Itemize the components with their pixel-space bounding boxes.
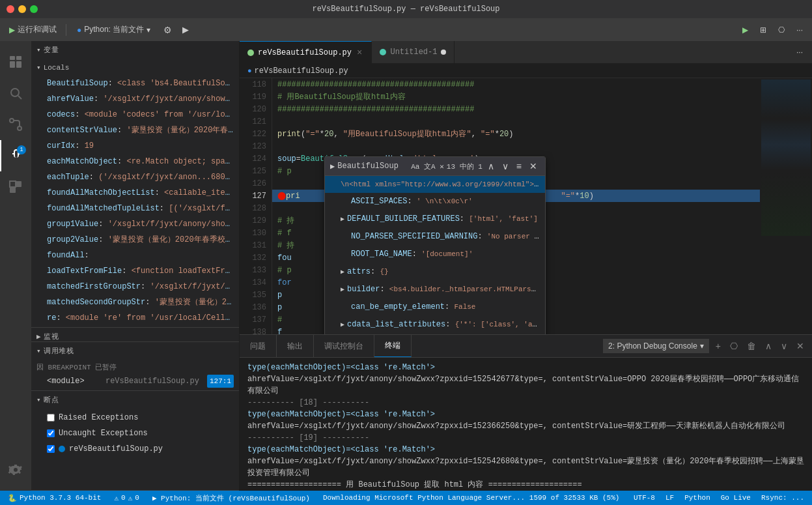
variables-header[interactable]: ▾ 变量 bbox=[31, 41, 239, 59]
ac-item-cdata[interactable]: ▶cdata_list_attributes: {'*': ['class', … bbox=[325, 316, 545, 334]
var-group1value[interactable]: group1Value: '/xsglxt/f/jyxt/anony/showZ… bbox=[31, 216, 239, 232]
new-terminal-button[interactable]: + bbox=[713, 339, 723, 353]
var-codecs[interactable]: codecs: <module 'codecs' from '/usr/loca… bbox=[31, 107, 239, 123]
callstack-item[interactable]: <module> reVsBeautifulSoup.py 127:1 bbox=[31, 373, 239, 389]
callstack-section: ▾ 调用堆栈 因 BREAKPOINT 已暂停 <module> reVsBea… bbox=[31, 342, 239, 391]
var-contentstrvalue[interactable]: contentStrValue: '蒙垦投资（量化）2020年春季... bbox=[31, 123, 239, 138]
callstack-header[interactable]: ▾ 调用堆栈 bbox=[31, 342, 239, 360]
sidebar-toggle-button[interactable]: ⊞ bbox=[756, 24, 770, 36]
locals-header[interactable]: ▾ Locals bbox=[31, 60, 239, 76]
autocomplete-popup[interactable]: ▶ BeautifulSoup Aa 文A ✕ 13 中的 1 ∧ ∨ ≡ ✕ bbox=[324, 156, 546, 334]
bp-uncaught-exceptions[interactable]: Uncaught Exceptions bbox=[31, 426, 239, 441]
var-re[interactable]: re: <module 're' from '/usr/local/Cellar… bbox=[31, 310, 239, 326]
ac-item-default-builder[interactable]: ▶DEFAULT_BUILDER_FEATURES: ['html', 'fas… bbox=[325, 210, 545, 228]
header-title: BeautifulSoup bbox=[337, 162, 399, 171]
status-line-ending[interactable]: LF bbox=[663, 494, 677, 502]
settings-button[interactable]: ⚙ bbox=[161, 22, 175, 38]
maximize-button[interactable] bbox=[30, 5, 38, 13]
tab-overflow-button[interactable]: ··· bbox=[792, 46, 807, 58]
tab-close-button[interactable]: × bbox=[356, 46, 363, 59]
find-close-button[interactable]: ✕ bbox=[527, 160, 540, 173]
warning-icon: ⚠ bbox=[128, 494, 133, 502]
watch-header[interactable]: ▶ 监视 bbox=[31, 328, 239, 342]
tab-revs[interactable]: reVsBeautifulSoup.py × bbox=[240, 41, 372, 63]
minimize-button[interactable] bbox=[18, 5, 26, 13]
terminal-selector-button[interactable]: 2: Python Debug Console ▾ bbox=[603, 339, 709, 353]
ac-item-no-parser[interactable]: NO_PARSER_SPECIFIED_WARNING: 'No parser … bbox=[325, 228, 545, 246]
bp-raised-exceptions[interactable]: Raised Exceptions bbox=[31, 410, 239, 426]
status-language[interactable]: Python bbox=[682, 494, 713, 502]
activity-settings[interactable] bbox=[0, 454, 31, 485]
ac-item-ascii[interactable]: ASCII_SPACES: ' \n\t\x0c\r' bbox=[325, 193, 545, 210]
more-actions-button[interactable]: ··· bbox=[792, 24, 807, 36]
ac-item-0[interactable]: \n<html xmlns="http://www.w3.org/1999/xh… bbox=[325, 176, 545, 193]
status-go-live[interactable]: Go Live bbox=[718, 494, 753, 502]
bp-file-checkbox[interactable] bbox=[47, 445, 55, 453]
var-foundallmatchobjectlist[interactable]: foundAllMatchObjectList: <callable_itera… bbox=[31, 185, 239, 201]
editor-code[interactable]: ########################################… bbox=[272, 78, 760, 334]
bp-uncaught-checkbox[interactable] bbox=[47, 429, 55, 437]
status-download[interactable]: Downloading Microsoft Python Language Se… bbox=[320, 494, 622, 502]
activity-extensions[interactable] bbox=[0, 171, 31, 203]
var-matchedfirstgroupstr[interactable]: matchedFirstGroupStr: '/xsglxt/f/jyxt/an… bbox=[31, 279, 239, 295]
line-134: 134 bbox=[240, 276, 272, 289]
status-run[interactable]: ▶ Python: 当前文件 (reVsBeautifulSoup) bbox=[150, 493, 313, 503]
split-terminal-button[interactable]: ⎔ bbox=[727, 339, 740, 353]
find-prev-button[interactable]: ∧ bbox=[485, 160, 497, 173]
status-errors[interactable]: ⚠ 0 ⚠ 0 bbox=[111, 494, 141, 502]
line-121: 121 bbox=[240, 115, 272, 128]
python-selector[interactable]: ● Python: 当前文件 ▾ bbox=[72, 23, 156, 36]
ac-item-attrs[interactable]: ▶attrs: {} bbox=[325, 263, 545, 281]
status-python-version[interactable]: 🐍 Python 3.7.3 64-bit bbox=[5, 494, 104, 502]
var-matchedsecondgroupstr[interactable]: matchedSecondGroupStr: '蒙垦投资（量化）202... bbox=[31, 295, 239, 310]
ac-item-children[interactable]: ▶children: <list_iterator object at 0x11… bbox=[325, 334, 545, 334]
run-active-button[interactable]: ▶ bbox=[738, 24, 752, 36]
close-panel-button[interactable]: ✕ bbox=[794, 339, 807, 353]
var-curidx[interactable]: curIdx: 19 bbox=[31, 138, 239, 154]
status-encoding[interactable]: UTF-8 bbox=[631, 494, 658, 502]
svg-point-4 bbox=[11, 89, 19, 96]
panel-tab-terminal[interactable]: 终端 bbox=[374, 335, 412, 357]
var-group2value[interactable]: group2Value: '蒙垦投资（量化）2020年春季校园后... bbox=[31, 232, 239, 248]
panel-content[interactable]: type(eachMatchObject)=<class 're.Match'>… bbox=[240, 358, 812, 491]
minimap bbox=[760, 78, 812, 334]
activity-explorer[interactable] bbox=[0, 46, 31, 78]
status-rsync[interactable]: Rsync: ... bbox=[759, 494, 807, 502]
terminal-scroll-up-button[interactable]: ∧ bbox=[763, 339, 774, 353]
terminal-scroll-down-button[interactable]: ∨ bbox=[778, 339, 790, 353]
window-controls[interactable] bbox=[7, 5, 38, 13]
bp-file[interactable]: reVsBeautifulSoup.py bbox=[31, 441, 239, 457]
code-line-122: print("="*20, "用BeautifulSoup提取html内容", … bbox=[272, 128, 760, 140]
run-debug-button[interactable]: ▶ 运行和调试 bbox=[5, 23, 61, 36]
terminal-button[interactable]: ▶ bbox=[180, 22, 191, 37]
split-editor-button[interactable]: ⎔ bbox=[774, 24, 789, 36]
breakpoints-header[interactable]: ▾ 断点 bbox=[31, 391, 239, 409]
panel-tab-problems[interactable]: 问题 bbox=[240, 335, 277, 357]
ac-item-builder[interactable]: ▶builder: <bs4.builder._htmlparser.HTMLP… bbox=[325, 281, 545, 298]
var-eachtuple[interactable]: eachTuple: ('/xsglxt/f/jyxt/anon...680&t… bbox=[31, 169, 239, 185]
activity-search[interactable] bbox=[0, 78, 31, 109]
var-foundall[interactable]: foundAll: bbox=[31, 248, 239, 263]
svg-point-6 bbox=[10, 119, 14, 123]
toolbar: ▶ 运行和调试 ● Python: 当前文件 ▾ ⚙ ▶ ▶ ⊞ ⎔ ··· bbox=[0, 18, 812, 41]
panel-tab-debug[interactable]: 调试控制台 bbox=[314, 335, 374, 357]
activity-debug[interactable]: 1 bbox=[0, 140, 31, 171]
bp-raised-checkbox[interactable] bbox=[47, 414, 55, 422]
breadcrumb-label[interactable]: reVsBeautifulSoup.py bbox=[255, 66, 348, 76]
ac-item-root[interactable]: ROOT_TAG_NAME: '[document]' bbox=[325, 246, 545, 263]
var-loadtextfromfile[interactable]: loadTextFromFile: <function loadTextFrom… bbox=[31, 263, 239, 279]
find-next-button[interactable]: ∨ bbox=[499, 160, 511, 173]
var-ahrefvalue[interactable]: ahrefValue: '/xsglxt/f/jyxt/anony/showZw… bbox=[31, 91, 239, 107]
close-button[interactable] bbox=[7, 5, 14, 13]
var-eachmatchobject[interactable]: eachMatchObject: <re.Match object; span=… bbox=[31, 154, 239, 169]
kill-terminal-button[interactable]: 🗑 bbox=[744, 339, 759, 353]
ac-item-can-be-empty[interactable]: can_be_empty_element: False bbox=[325, 298, 545, 316]
var-foundallmatchedtuplelist[interactable]: foundAllMatchedTupleList: [('/xsglxt/f/j… bbox=[31, 201, 239, 216]
find-expand-button[interactable]: ≡ bbox=[514, 160, 524, 173]
line-128: 128 bbox=[240, 202, 272, 214]
var-beautifulsoup[interactable]: BeautifulSoup: <class 'bs4.BeautifulSoup… bbox=[31, 76, 239, 91]
panel-tab-output[interactable]: 输出 bbox=[277, 335, 314, 357]
activity-source-control[interactable] bbox=[0, 109, 31, 140]
editor-area: reVsBeautifulSoup.py × Untitled-1 ··· ● … bbox=[240, 41, 812, 491]
tab-untitled[interactable]: Untitled-1 bbox=[372, 41, 455, 63]
